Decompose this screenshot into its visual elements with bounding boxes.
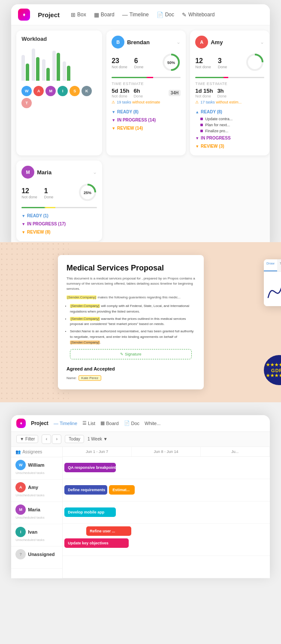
document-area: Medical Services Proposal This document … bbox=[32, 255, 272, 389]
assignee-william: W William Unscheduled tasks bbox=[11, 457, 62, 480]
brendan-progress-section[interactable]: ▼ IN PROGRESS (14) bbox=[112, 116, 181, 124]
william-name: William bbox=[28, 462, 44, 468]
timeline-tab-doc[interactable]: 📄 Doc bbox=[124, 420, 140, 426]
timeline-icon: — bbox=[122, 12, 128, 18]
amy-tl-avatar: A bbox=[15, 482, 26, 492]
nav-item-board[interactable]: ▦ Board bbox=[94, 12, 115, 18]
maria-review-section[interactable]: ▼ REVIEW (8) bbox=[21, 228, 97, 236]
amy-name: Amy bbox=[211, 39, 223, 46]
task-dot bbox=[200, 130, 203, 132]
maria-avatar: M bbox=[21, 166, 34, 179]
bar-gray bbox=[63, 61, 66, 81]
amy-warning: ⚠ 17 tasks without estim... bbox=[195, 100, 264, 104]
timeline-grid: 👥 Assignees W William Unscheduled tasks … bbox=[11, 447, 270, 578]
signature-button[interactable]: ✎ Signature bbox=[70, 349, 192, 359]
filter-button[interactable]: ▼ Filter bbox=[16, 435, 38, 443]
task-qa-breakpoints[interactable]: QA responsive breakpoints 🕐30h bbox=[64, 463, 116, 472]
brendan-progress-bar bbox=[112, 77, 181, 78]
amy-progress-bar bbox=[195, 77, 264, 78]
task-dot bbox=[200, 124, 203, 126]
ivan-name: Ivan bbox=[28, 529, 37, 535]
maria-ready-section[interactable]: ▼ READY (1) bbox=[21, 212, 97, 220]
amy-name-row: A Amy bbox=[195, 36, 223, 49]
timeline-tab-list[interactable]: ☰ List bbox=[82, 420, 95, 426]
maria-card: M Maria ⌄ 12 Not done 1 Done bbox=[16, 161, 102, 241]
assignees-icon: 👥 bbox=[15, 450, 21, 454]
date-col-3: Ju... bbox=[201, 447, 270, 456]
timeline-tab-timeline[interactable]: — Timeline bbox=[54, 421, 77, 426]
signature-panel: Draw Type Upload My Signature bbox=[264, 259, 281, 306]
chevron-icon: ▼ bbox=[21, 230, 25, 234]
amy-tasks: Define requirements Estimat... bbox=[63, 479, 270, 501]
document-container: Medical Services Proposal This document … bbox=[58, 255, 204, 389]
timeline-tab-board[interactable]: ▦ Board bbox=[100, 420, 118, 426]
brendan-review-section[interactable]: ▼ REVIEW (14) bbox=[112, 124, 181, 132]
amy-progress-section[interactable]: ▼ IN PROGRESS bbox=[195, 134, 264, 142]
brendan-time-row: 5d 15h Not done 6h Done 34H bbox=[112, 88, 181, 98]
amy-time-row: 1d 15h Not done 3h Done bbox=[195, 88, 264, 98]
assignee-ivan: I Ivan Unscheduled tasks bbox=[11, 524, 62, 547]
signature-drawing bbox=[264, 272, 281, 306]
maria-done: 1 Done bbox=[44, 187, 54, 199]
sender-company-ref: [Sender.Company] bbox=[66, 295, 97, 299]
gdpr-label: GDPR bbox=[271, 368, 281, 373]
prev-arrow[interactable]: ‹ bbox=[42, 434, 51, 444]
document-section: Medical Services Proposal This document … bbox=[0, 242, 281, 402]
william-tasks: QA responsive breakpoints 🕐30h bbox=[63, 457, 270, 479]
nav-item-timeline[interactable]: — Timeline bbox=[122, 12, 149, 18]
next-arrow[interactable]: › bbox=[52, 434, 61, 444]
task-refine-user[interactable]: Refine user ... bbox=[86, 526, 131, 536]
william-avatar: W bbox=[15, 460, 26, 470]
bar-group-5 bbox=[63, 61, 70, 81]
board-icon: ▦ bbox=[94, 12, 99, 18]
amy-stats: 12 Not done 3 Done bbox=[195, 53, 264, 73]
chevron-icon: ▼ bbox=[195, 144, 199, 149]
board-icon-tl: ▦ bbox=[100, 420, 105, 426]
doc-icon: 📄 bbox=[157, 12, 163, 18]
timeline-tab-white[interactable]: White... bbox=[145, 421, 160, 426]
workload-card: Workload bbox=[16, 30, 102, 155]
amy-ready-section[interactable]: ▲ READY (8) bbox=[195, 108, 264, 116]
nav-item-whiteboard[interactable]: ✎ Whiteboard bbox=[182, 12, 215, 18]
avatar-ivan: I bbox=[57, 86, 68, 96]
brendan-avatar: B bbox=[112, 36, 124, 49]
nav-item-doc[interactable]: 📄 Doc bbox=[157, 12, 174, 18]
avatar-maria: M bbox=[45, 86, 56, 96]
amy-chevron[interactable]: ⌄ bbox=[260, 39, 264, 45]
brendan-ready-section[interactable]: ▼ READY (8) bbox=[112, 108, 181, 116]
bar-group-3 bbox=[42, 59, 50, 81]
assignees-header: 👥 Assignees bbox=[11, 447, 62, 457]
sig-tab-type[interactable]: Type bbox=[277, 259, 281, 271]
bar-green bbox=[26, 64, 29, 81]
signature-canvas[interactable] bbox=[264, 272, 281, 306]
chevron-icon: ▲ bbox=[195, 110, 199, 114]
timeline-nav-icon: — bbox=[54, 421, 58, 426]
maria-tl-name-row: M Maria bbox=[15, 504, 58, 515]
task-mobile-app[interactable]: Develop mobile app bbox=[64, 507, 116, 517]
document-background: Medical Services Proposal This document … bbox=[0, 242, 281, 402]
maria-tasks: Develop mobile app bbox=[63, 501, 270, 524]
week-selector[interactable]: 1 Week ▼ bbox=[88, 437, 108, 441]
avatar-amy: A bbox=[33, 86, 44, 96]
amy-review-section[interactable]: ▼ REVIEW (3) bbox=[195, 142, 264, 150]
maria-progress-circle: 25% bbox=[78, 183, 97, 202]
chevron-icon: ▼ bbox=[112, 126, 115, 131]
avatar-william: W bbox=[21, 86, 32, 96]
task-estimate[interactable]: Estimat... bbox=[109, 485, 135, 495]
maria-unscheduled: Unscheduled tasks bbox=[15, 516, 58, 519]
task-define-req[interactable]: Define requirements bbox=[64, 485, 107, 495]
task-item: Plan for next... bbox=[195, 122, 264, 128]
brendan-chevron[interactable]: ⌄ bbox=[176, 39, 181, 45]
sig-tab-draw[interactable]: Draw bbox=[264, 259, 277, 271]
maria-chevron[interactable]: ⌄ bbox=[93, 169, 97, 175]
nav-bar: ♦ Project ⊞ Box ▦ Board — Timeline 📄 Doc… bbox=[11, 4, 270, 25]
doc-icon-tl: 📄 bbox=[124, 420, 130, 426]
task-update-objectives[interactable]: Update key objectives bbox=[64, 538, 129, 548]
today-button[interactable]: Today bbox=[65, 435, 84, 443]
timeline-section: ♦ Project — Timeline ☰ List ▦ Board 📄 Do… bbox=[11, 415, 270, 578]
amy-tl-name-row: A Amy bbox=[15, 482, 58, 492]
maria-progress-section[interactable]: ▼ IN PROGRESS (17) bbox=[21, 220, 97, 228]
bar-gray bbox=[52, 51, 56, 81]
bar-group-4 bbox=[52, 51, 60, 81]
nav-item-box[interactable]: ⊞ Box bbox=[71, 12, 86, 18]
